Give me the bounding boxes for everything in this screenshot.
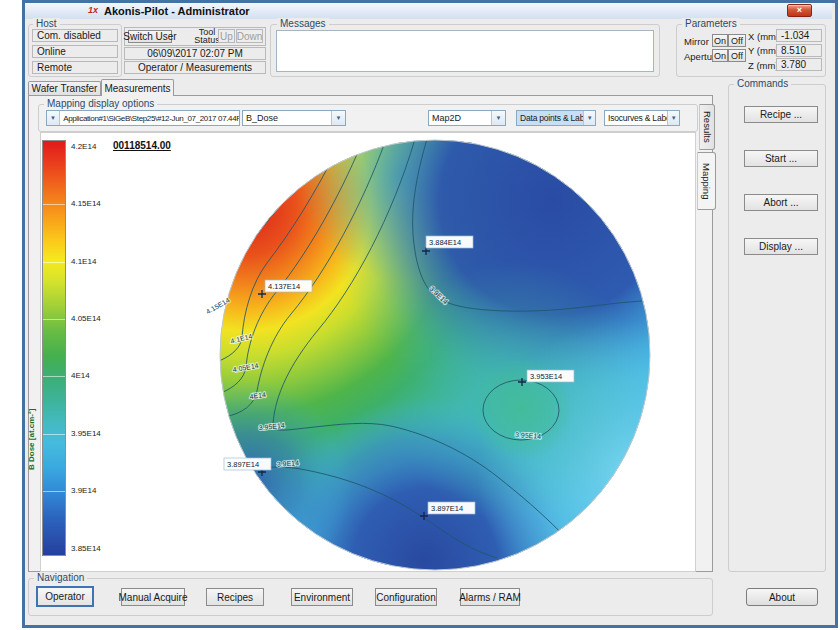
isocurves-mode-combobox-value: Isocurves & Labels <box>605 111 667 125</box>
y-coord-label: Y (mm) <box>748 45 779 56</box>
about-button[interactable]: About <box>746 588 818 606</box>
colorbar-tick: 3.9E14 <box>71 486 96 495</box>
measurement-combobox[interactable]: B_Dose ▼ <box>242 110 346 126</box>
screenshot-root: 1x Akonis-Pilot - Administrator × Host C… <box>0 0 840 630</box>
colorbar-axis-label: B Dose [at.cm-²] <box>27 320 36 470</box>
wafer-contour-map: 4.15E14 4.1E14 4.05E14 4E14 3.95E14 3.9E… <box>95 133 695 573</box>
chevron-down-icon[interactable]: ▼ <box>47 111 60 125</box>
wafer-heatmap-field <box>95 133 695 573</box>
dataset-combobox-value: Application#1\SiGeB\Step25\#12-Jun_07_20… <box>60 111 239 125</box>
nav-recipes-button[interactable]: Recipes <box>206 588 264 606</box>
colorbar-tickline <box>43 491 65 492</box>
tool-down-button[interactable]: Down <box>236 29 263 43</box>
mirror-on-button[interactable]: On <box>712 34 728 47</box>
navigation-group-title: Navigation <box>34 572 87 583</box>
point-label: 3.884E14 <box>429 238 461 247</box>
point-label: 4.137E14 <box>268 282 300 291</box>
side-tab-results[interactable]: Results <box>699 104 715 150</box>
colorbar-tick: 4E14 <box>71 371 90 380</box>
x-coord-value: -1.034 <box>776 29 822 42</box>
view-combobox[interactable]: Map2D ▼ <box>428 110 506 126</box>
display-button[interactable]: Display ... <box>744 238 818 255</box>
measurement-combobox-value: B_Dose <box>243 111 281 125</box>
start-button[interactable]: Start ... <box>744 150 818 167</box>
colorbar-tickline <box>43 262 65 263</box>
tool-status-line2: Status <box>194 35 220 45</box>
nav-operator-button[interactable]: Operator <box>36 586 94 607</box>
point-label: 3.897E14 <box>227 460 259 469</box>
abort-button[interactable]: Abort ... <box>744 194 818 211</box>
chevron-down-icon[interactable]: ▼ <box>491 111 505 125</box>
colorbar-tick: 4.2E14 <box>71 142 96 151</box>
mirror-off-button[interactable]: Off <box>728 34 746 47</box>
nav-configuration-button[interactable]: Configuration <box>375 588 437 606</box>
z-coord-label: Z (mm) <box>748 60 779 71</box>
aperture-off-button[interactable]: Off <box>728 49 746 62</box>
switch-user-button[interactable]: Switch User <box>128 30 172 43</box>
nav-manual-acquire-button[interactable]: Manual Acquire <box>121 588 185 606</box>
commands-group-title: Commands <box>734 78 791 89</box>
colorbar-tick: 4.1E14 <box>71 257 96 266</box>
chevron-down-icon[interactable]: ▼ <box>667 111 679 125</box>
chevron-down-icon[interactable]: ▼ <box>583 111 595 125</box>
point-label: 3.897E14 <box>431 504 463 513</box>
tool-up-button[interactable]: Up <box>218 29 235 43</box>
point-label: 3.953E14 <box>530 372 562 381</box>
recipe-button[interactable]: Recipe ... <box>744 106 818 123</box>
y-coord-value: 8.510 <box>776 44 822 57</box>
tab-measurements[interactable]: Measurements <box>101 79 174 96</box>
parameters-group-title: Parameters <box>682 18 740 29</box>
mirror-label: Mirror <box>684 36 709 47</box>
colorbar-tickline <box>43 376 65 377</box>
app-icon: 1x <box>88 5 100 16</box>
colorbar-tickline <box>43 319 65 320</box>
points-mode-combobox-value: Data points & Labels <box>517 111 583 125</box>
nav-alarms-ram-button[interactable]: Alarms / RAM <box>460 588 520 606</box>
nav-environment-button[interactable]: Environment <box>291 588 353 606</box>
mapping-options-title: Mapping display options <box>44 98 157 109</box>
dataset-combobox[interactable]: ▼ Application#1\SiGeB\Step25\#12-Jun_07_… <box>46 110 240 126</box>
side-tab-mapping[interactable]: Mapping <box>697 152 716 210</box>
host-status-remote: Remote <box>32 61 118 74</box>
tool-mode: Operator / Measurements <box>124 61 266 74</box>
host-status-com: Com. disabled <box>32 29 118 42</box>
chevron-down-icon[interactable]: ▼ <box>331 111 345 125</box>
messages-group-title: Messages <box>277 18 329 29</box>
colorbar-tickline <box>43 434 65 435</box>
window-title: Akonis-Pilot - Administrator <box>104 5 250 17</box>
aperture-on-button[interactable]: On <box>712 49 728 62</box>
isocurves-mode-combobox[interactable]: Isocurves & Labels ▼ <box>604 110 680 126</box>
view-combobox-value: Map2D <box>429 111 464 125</box>
colorbar-tickline <box>43 204 65 205</box>
colorbar <box>42 140 66 556</box>
points-mode-combobox[interactable]: Data points & Labels ▼ <box>516 110 596 126</box>
tab-wafer-transfer[interactable]: Wafer Transfer <box>28 81 101 95</box>
messages-textbox[interactable] <box>276 30 654 72</box>
close-icon[interactable]: × <box>787 4 812 17</box>
tool-datetime: 06\09\2017 02:07 PM <box>124 47 266 60</box>
z-coord-value: 3.780 <box>776 58 822 71</box>
host-group-title: Host <box>33 18 60 29</box>
x-coord-label: X (mm) <box>748 31 779 42</box>
host-status-online: Online <box>32 45 118 58</box>
